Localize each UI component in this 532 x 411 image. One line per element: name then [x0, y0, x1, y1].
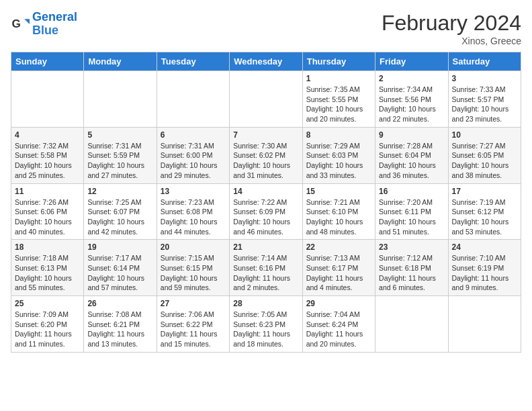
- day-info: Sunrise: 7:08 AMSunset: 6:21 PMDaylight:…: [87, 310, 152, 349]
- day-number: 22: [306, 242, 371, 252]
- calendar-cell: 9Sunrise: 7:28 AMSunset: 6:04 PMDaylight…: [375, 127, 448, 183]
- calendar-cell: 23Sunrise: 7:12 AMSunset: 6:18 PMDayligh…: [375, 240, 448, 296]
- day-info: Sunrise: 7:26 AMSunset: 6:06 PMDaylight:…: [15, 197, 80, 237]
- day-info: Sunrise: 7:18 AMSunset: 6:13 PMDaylight:…: [15, 253, 80, 293]
- day-info: Sunrise: 7:06 AMSunset: 6:22 PMDaylight:…: [161, 310, 226, 349]
- day-info: Sunrise: 7:13 AMSunset: 6:17 PMDaylight:…: [306, 253, 371, 293]
- calendar-cell: 1Sunrise: 7:35 AMSunset: 5:55 PMDaylight…: [302, 71, 375, 128]
- calendar-header-row: SundayMondayTuesdayWednesdayThursdayFrid…: [11, 52, 521, 71]
- weekday-header: Wednesday: [230, 52, 302, 71]
- calendar-cell: 5Sunrise: 7:31 AMSunset: 5:59 PMDaylight…: [84, 127, 157, 183]
- calendar-cell: 16Sunrise: 7:20 AMSunset: 6:11 PMDayligh…: [375, 183, 448, 240]
- calendar-cell: 8Sunrise: 7:29 AMSunset: 6:03 PMDaylight…: [302, 127, 375, 183]
- day-info: Sunrise: 7:17 AMSunset: 6:14 PMDaylight:…: [87, 253, 152, 293]
- calendar-cell: 25Sunrise: 7:09 AMSunset: 6:20 PMDayligh…: [11, 296, 84, 353]
- calendar-week-row: 18Sunrise: 7:18 AMSunset: 6:13 PMDayligh…: [11, 240, 521, 296]
- day-info: Sunrise: 7:09 AMSunset: 6:20 PMDaylight:…: [15, 310, 80, 349]
- day-number: 6: [161, 130, 226, 140]
- day-info: Sunrise: 7:20 AMSunset: 6:11 PMDaylight:…: [379, 197, 444, 237]
- calendar-cell: 17Sunrise: 7:19 AMSunset: 6:12 PMDayligh…: [448, 183, 521, 240]
- calendar-cell: 12Sunrise: 7:25 AMSunset: 6:07 PMDayligh…: [84, 183, 157, 240]
- day-info: Sunrise: 7:30 AMSunset: 6:02 PMDaylight:…: [233, 141, 298, 181]
- day-info: Sunrise: 7:33 AMSunset: 5:57 PMDaylight:…: [452, 85, 517, 124]
- day-info: Sunrise: 7:22 AMSunset: 6:09 PMDaylight:…: [233, 197, 298, 237]
- day-number: 15: [306, 187, 371, 196]
- day-number: 17: [452, 187, 517, 196]
- calendar-cell: [230, 71, 302, 128]
- calendar-cell: [84, 71, 157, 128]
- day-info: Sunrise: 7:12 AMSunset: 6:18 PMDaylight:…: [379, 253, 444, 293]
- calendar-week-row: 25Sunrise: 7:09 AMSunset: 6:20 PMDayligh…: [11, 296, 521, 353]
- day-number: 2: [379, 74, 444, 83]
- day-info: Sunrise: 7:35 AMSunset: 5:55 PMDaylight:…: [306, 85, 371, 124]
- day-number: 19: [87, 242, 152, 252]
- day-info: Sunrise: 7:23 AMSunset: 6:08 PMDaylight:…: [161, 197, 226, 237]
- day-info: Sunrise: 7:31 AMSunset: 5:59 PMDaylight:…: [87, 141, 152, 181]
- day-number: 11: [15, 187, 80, 196]
- calendar-cell: 24Sunrise: 7:10 AMSunset: 6:19 PMDayligh…: [448, 240, 521, 296]
- day-info: Sunrise: 7:29 AMSunset: 6:03 PMDaylight:…: [306, 141, 371, 181]
- day-number: 4: [15, 130, 80, 140]
- page-header: G General Blue February 2024 Xinos, Gree…: [11, 11, 521, 46]
- calendar-cell: 20Sunrise: 7:15 AMSunset: 6:15 PMDayligh…: [157, 240, 229, 296]
- calendar-cell: [11, 71, 84, 128]
- weekday-header: Thursday: [302, 52, 375, 71]
- day-info: Sunrise: 7:25 AMSunset: 6:07 PMDaylight:…: [87, 197, 152, 237]
- weekday-header: Friday: [375, 52, 448, 71]
- day-number: 14: [233, 187, 298, 196]
- calendar-cell: 28Sunrise: 7:05 AMSunset: 6:23 PMDayligh…: [230, 296, 302, 353]
- day-number: 9: [379, 130, 444, 140]
- calendar-cell: 15Sunrise: 7:21 AMSunset: 6:10 PMDayligh…: [302, 183, 375, 240]
- day-info: Sunrise: 7:28 AMSunset: 6:04 PMDaylight:…: [379, 141, 444, 181]
- day-number: 7: [233, 130, 298, 140]
- calendar-week-row: 4Sunrise: 7:32 AMSunset: 5:58 PMDaylight…: [11, 127, 521, 183]
- weekday-header: Monday: [84, 52, 157, 71]
- day-info: Sunrise: 7:27 AMSunset: 6:05 PMDaylight:…: [452, 141, 517, 181]
- logo-text: General Blue: [32, 11, 77, 38]
- day-number: 13: [161, 187, 226, 196]
- day-info: Sunrise: 7:15 AMSunset: 6:15 PMDaylight:…: [161, 253, 226, 293]
- calendar-cell: 6Sunrise: 7:31 AMSunset: 6:00 PMDaylight…: [157, 127, 229, 183]
- day-number: 20: [161, 242, 226, 252]
- calendar-cell: 3Sunrise: 7:33 AMSunset: 5:57 PMDaylight…: [448, 71, 521, 128]
- day-number: 5: [87, 130, 152, 140]
- calendar-cell: 2Sunrise: 7:34 AMSunset: 5:56 PMDaylight…: [375, 71, 448, 128]
- calendar-cell: 10Sunrise: 7:27 AMSunset: 6:05 PMDayligh…: [448, 127, 521, 183]
- day-number: 25: [15, 299, 80, 308]
- day-number: 23: [379, 242, 444, 252]
- calendar-week-row: 1Sunrise: 7:35 AMSunset: 5:55 PMDaylight…: [11, 71, 521, 128]
- day-info: Sunrise: 7:32 AMSunset: 5:58 PMDaylight:…: [15, 141, 80, 181]
- day-info: Sunrise: 7:04 AMSunset: 6:24 PMDaylight:…: [306, 310, 371, 349]
- calendar-cell: [157, 71, 229, 128]
- day-number: 28: [233, 299, 298, 308]
- day-number: 1: [306, 74, 371, 83]
- calendar-cell: 21Sunrise: 7:14 AMSunset: 6:16 PMDayligh…: [230, 240, 302, 296]
- logo: G General Blue: [11, 11, 77, 38]
- calendar-cell: 29Sunrise: 7:04 AMSunset: 6:24 PMDayligh…: [302, 296, 375, 353]
- weekday-header: Saturday: [448, 52, 521, 71]
- day-number: 18: [15, 242, 80, 252]
- calendar-cell: 4Sunrise: 7:32 AMSunset: 5:58 PMDaylight…: [11, 127, 84, 183]
- month-title: February 2024: [382, 11, 521, 36]
- location: Xinos, Greece: [382, 36, 521, 46]
- calendar-cell: 22Sunrise: 7:13 AMSunset: 6:17 PMDayligh…: [302, 240, 375, 296]
- calendar-table: SundayMondayTuesdayWednesdayThursdayFrid…: [11, 52, 521, 353]
- calendar-cell: 27Sunrise: 7:06 AMSunset: 6:22 PMDayligh…: [157, 296, 229, 353]
- calendar-cell: [448, 296, 521, 353]
- day-info: Sunrise: 7:31 AMSunset: 6:00 PMDaylight:…: [161, 141, 226, 181]
- weekday-header: Sunday: [11, 52, 84, 71]
- day-info: Sunrise: 7:34 AMSunset: 5:56 PMDaylight:…: [379, 85, 444, 124]
- day-number: 8: [306, 130, 371, 140]
- day-info: Sunrise: 7:10 AMSunset: 6:19 PMDaylight:…: [452, 253, 517, 293]
- day-info: Sunrise: 7:21 AMSunset: 6:10 PMDaylight:…: [306, 197, 371, 237]
- calendar-cell: 13Sunrise: 7:23 AMSunset: 6:08 PMDayligh…: [157, 183, 229, 240]
- calendar-cell: 26Sunrise: 7:08 AMSunset: 6:21 PMDayligh…: [84, 296, 157, 353]
- weekday-header: Tuesday: [157, 52, 229, 71]
- day-number: 27: [161, 299, 226, 308]
- day-info: Sunrise: 7:19 AMSunset: 6:12 PMDaylight:…: [452, 197, 517, 237]
- day-number: 16: [379, 187, 444, 196]
- svg-marker-1: [24, 19, 30, 24]
- svg-text:G: G: [12, 17, 21, 30]
- title-area: February 2024 Xinos, Greece: [382, 11, 521, 46]
- day-number: 29: [306, 299, 371, 308]
